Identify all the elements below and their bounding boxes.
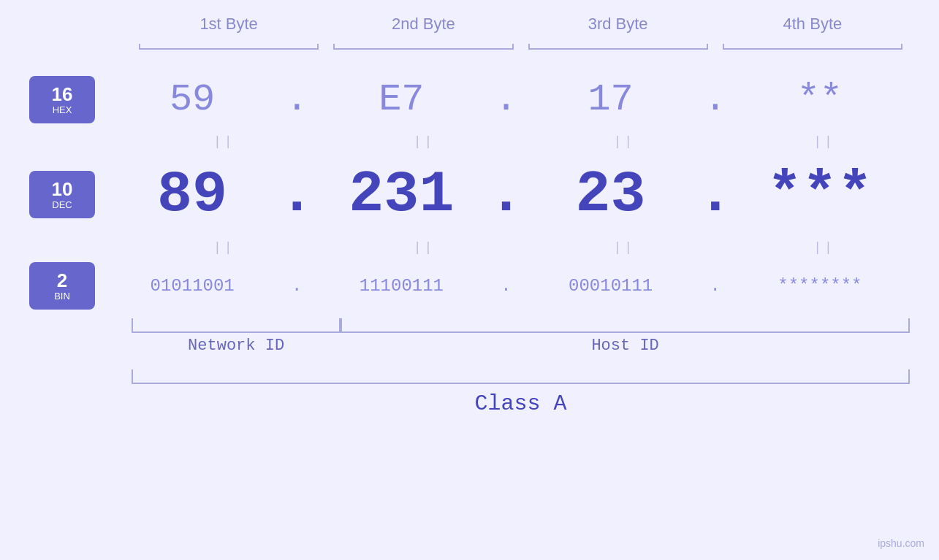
main-container: 1st Byte 2nd Byte 3rd Byte 4th Byte 16 H…	[0, 0, 939, 560]
hex-badge-label: HEX	[53, 105, 72, 115]
bin-dot1: .	[282, 276, 311, 296]
bin-byte1-value: 01011001	[151, 276, 235, 296]
network-bracket	[132, 318, 341, 333]
byte2-header: 2nd Byte	[326, 15, 520, 34]
hex-byte1-value: 59	[170, 78, 215, 121]
sep2: || || || ||	[29, 234, 910, 260]
bin-badge-label: BIN	[54, 291, 70, 301]
bin-dot2: .	[492, 276, 521, 296]
dec-dot2: .	[492, 161, 521, 228]
class-bracket	[132, 369, 910, 384]
labels-row: Network ID Host ID	[132, 337, 910, 355]
sep1-b2: ||	[339, 134, 510, 149]
hex-dot2: .	[492, 78, 521, 121]
bin-byte1-cell: 01011001	[102, 276, 282, 296]
bracket-seg3	[521, 41, 715, 55]
hex-badge: 16 HEX	[29, 76, 95, 123]
bracket-seg2	[326, 41, 520, 55]
dec-byte3-cell: 23	[521, 161, 701, 228]
bin-byte3-cell: 00010111	[521, 276, 701, 296]
dec-byte2-value: 231	[349, 161, 454, 228]
dec-byte4-cell: ***	[730, 161, 910, 228]
sep1-b4: ||	[739, 134, 910, 149]
class-label: Class A	[132, 391, 910, 416]
bin-dot3: .	[701, 276, 730, 296]
dec-byte4-value: ***	[767, 161, 873, 228]
hex-badge-number: 16	[52, 85, 73, 104]
hex-byte3-cell: 17	[521, 78, 701, 121]
sep2-b2: ||	[339, 240, 510, 255]
bin-row: 2 BIN 01011001 . 11100111 . 00010111 .	[29, 260, 910, 311]
dec-badge-label: DEC	[52, 200, 72, 210]
dec-dot1: .	[282, 161, 311, 228]
host-id-label: Host ID	[341, 337, 910, 355]
hex-byte4-value: **	[797, 78, 843, 121]
bracket-seg4	[715, 41, 910, 55]
sep2-b3: ||	[539, 240, 710, 255]
hex-byte1-cell: 59	[102, 78, 282, 121]
class-area: Class A	[29, 369, 910, 416]
dec-row: 10 DEC 89 . 231 . 23 . ***	[29, 154, 910, 234]
byte3-header: 3rd Byte	[521, 15, 715, 34]
bottom-brackets	[132, 318, 910, 333]
sep1: || || || ||	[29, 129, 910, 154]
sep1-b3: ||	[539, 134, 710, 149]
top-brackets	[29, 41, 910, 55]
bracket-seg1	[132, 41, 326, 55]
sep2-b1: ||	[139, 240, 310, 255]
byte4-header: 4th Byte	[715, 15, 910, 34]
bin-byte2-value: 11100111	[360, 276, 444, 296]
hex-byte4-cell: **	[730, 78, 910, 121]
bin-byte4-cell: ********	[730, 276, 910, 296]
bin-byte3-value: 00010111	[569, 276, 653, 296]
bin-badge-number: 2	[57, 271, 67, 290]
bin-byte4-value: ********	[778, 276, 862, 296]
dec-byte1-value: 89	[157, 161, 227, 228]
network-id-label: Network ID	[132, 337, 341, 355]
hex-row: 16 HEX 59 . E7 . 17 . **	[29, 70, 910, 129]
dec-badge-number: 10	[52, 180, 73, 199]
dec-byte2-cell: 231	[311, 161, 491, 228]
bin-byte2-cell: 11100111	[311, 276, 491, 296]
byte1-header: 1st Byte	[132, 15, 326, 34]
bottom-area: Network ID Host ID	[29, 318, 910, 355]
host-bracket	[341, 318, 910, 333]
dec-values: 89 . 231 . 23 . ***	[102, 161, 910, 228]
dec-dot3: .	[701, 161, 730, 228]
dec-byte1-cell: 89	[102, 161, 282, 228]
dec-byte3-value: 23	[576, 161, 646, 228]
hex-byte3-value: 17	[588, 78, 633, 121]
sep1-b1: ||	[139, 134, 310, 149]
hex-values: 59 . E7 . 17 . **	[102, 78, 910, 121]
byte-headers: 1st Byte 2nd Byte 3rd Byte 4th Byte	[29, 15, 910, 34]
bin-badge: 2 BIN	[29, 262, 95, 310]
dec-badge: 10 DEC	[29, 171, 95, 218]
attribution: ipshu.com	[878, 537, 924, 549]
bin-values: 01011001 . 11100111 . 00010111 . *******…	[102, 276, 910, 296]
sep2-b4: ||	[739, 240, 910, 255]
hex-dot3: .	[701, 78, 730, 121]
hex-dot1: .	[282, 78, 311, 121]
hex-byte2-value: E7	[379, 78, 424, 121]
hex-byte2-cell: E7	[311, 78, 491, 121]
